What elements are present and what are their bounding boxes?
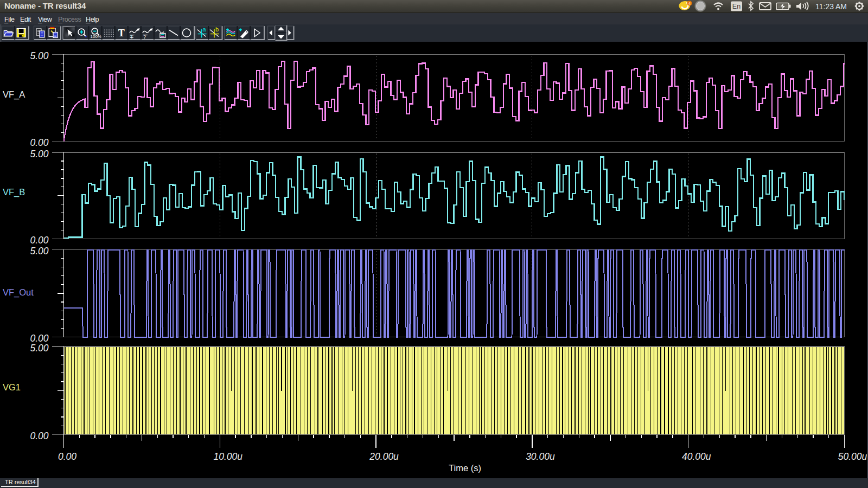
svg-text:En: En <box>732 3 741 10</box>
svg-text:VF_A: VF_A <box>3 89 25 100</box>
svg-text:VF_B: VF_B <box>3 187 25 197</box>
svg-text:b: b <box>215 26 219 33</box>
svg-text:40.00u: 40.00u <box>682 451 711 462</box>
svg-text:VF_Out: VF_Out <box>3 287 34 298</box>
svg-text:0.00: 0.00 <box>30 235 48 246</box>
svg-text:100%: 100% <box>91 34 101 39</box>
svg-text:20.00u: 20.00u <box>369 451 399 462</box>
svg-text:5.00: 5.00 <box>30 50 48 61</box>
svg-text:4: 4 <box>688 1 691 6</box>
svg-text:0.00: 0.00 <box>58 451 76 462</box>
svg-text:50.00u: 50.00u <box>838 451 867 462</box>
svg-text:0.00: 0.00 <box>30 137 48 148</box>
svg-text:10.00u: 10.00u <box>214 451 243 462</box>
svg-text:T: T <box>130 34 133 40</box>
svg-text:?: ? <box>144 34 146 40</box>
svg-text:5.00: 5.00 <box>30 343 48 354</box>
svg-text:T: T <box>118 28 125 38</box>
svg-text:VG1: VG1 <box>3 382 21 392</box>
svg-text:11:23 AM: 11:23 AM <box>815 2 847 11</box>
svg-text:Time (s): Time (s) <box>449 463 481 473</box>
svg-text:30.00u: 30.00u <box>526 451 555 462</box>
svg-text:a: a <box>203 26 207 33</box>
svg-text:5.00: 5.00 <box>30 149 48 159</box>
svg-text:0.00: 0.00 <box>30 431 48 441</box>
svg-text:5.00: 5.00 <box>30 246 48 256</box>
